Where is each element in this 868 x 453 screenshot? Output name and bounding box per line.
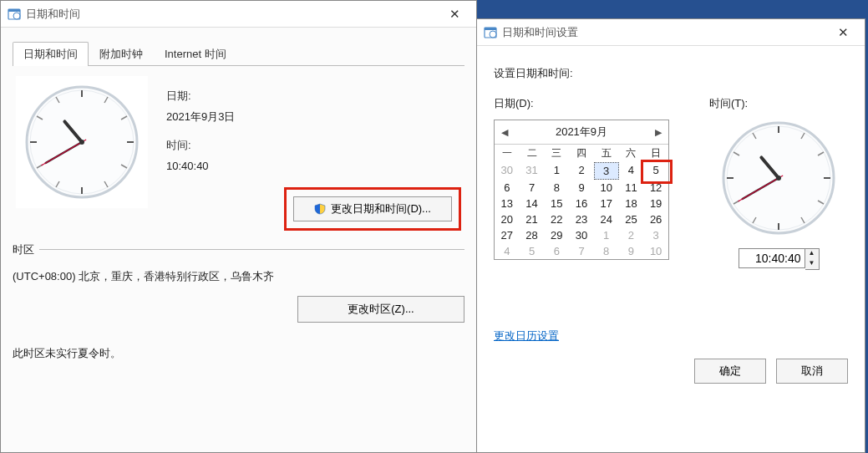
calendar-day[interactable]: 7 [569, 243, 594, 259]
calendar-dow: 一 [495, 144, 520, 162]
svg-rect-22 [485, 28, 496, 30]
calendar-dow: 三 [544, 144, 569, 162]
calendar-day[interactable]: 16 [569, 196, 594, 211]
calendar-day[interactable]: 25 [619, 211, 644, 227]
calendar-day[interactable]: 10 [594, 180, 619, 196]
calendar-day[interactable]: 8 [544, 180, 569, 196]
shield-icon [314, 203, 326, 215]
prev-month-button[interactable]: ◀ [495, 127, 515, 138]
calendar-day[interactable]: 19 [643, 196, 668, 211]
svg-point-20 [79, 140, 84, 145]
timezone-header: 时区 [13, 242, 34, 257]
time-spinner[interactable]: ▲ ▼ [805, 248, 820, 270]
date-label: 日期: [166, 86, 461, 107]
calendar-day[interactable]: 1 [544, 162, 569, 180]
date-field-label: 日期(D): [494, 96, 676, 111]
calendar-day[interactable]: 1 [594, 227, 619, 243]
calendar-day[interactable]: 2 [569, 162, 594, 180]
calendar-day[interactable]: 21 [520, 211, 545, 227]
calendar-day[interactable]: 29 [544, 227, 569, 243]
time-field-label: 时间(T): [709, 96, 848, 111]
calendar-day[interactable]: 8 [594, 243, 619, 259]
spin-down-button[interactable]: ▼ [805, 259, 819, 269]
svg-point-23 [490, 31, 496, 38]
svg-point-27 [776, 176, 781, 181]
calendar-day[interactable]: 30 [569, 227, 594, 243]
time-input[interactable] [739, 248, 805, 268]
close-button[interactable]: ✕ [825, 20, 861, 45]
titlebar[interactable]: 日期和时间 ✕ [1, 1, 476, 28]
calendar-day[interactable]: 20 [495, 211, 520, 227]
window-title: 日期和时间设置 [502, 25, 825, 40]
analog-clock [16, 76, 148, 208]
datetime-icon [8, 8, 21, 21]
calendar-day[interactable]: 12 [643, 180, 668, 196]
tab-datetime[interactable]: 日期和时间 [13, 42, 89, 66]
calendar-day[interactable]: 9 [569, 180, 594, 196]
calendar-day[interactable]: 4 [619, 162, 644, 180]
calendar-day[interactable]: 10 [643, 243, 668, 259]
calendar-dow: 日 [643, 144, 668, 162]
calendar-day[interactable]: 14 [520, 196, 545, 211]
datetime-window: 日期和时间 ✕ 日期和时间 附加时钟 Internet 时间 日期: 2021年… [0, 0, 477, 453]
calendar-day[interactable]: 4 [495, 243, 520, 259]
spin-up-button[interactable]: ▲ [805, 249, 819, 259]
date-value: 2021年9月3日 [166, 107, 461, 128]
calendar-day[interactable]: 15 [544, 196, 569, 211]
calendar[interactable]: ◀ 2021年9月 ▶ 一二三四五六日 30311234567891011121… [494, 120, 669, 260]
calendar-day[interactable]: 24 [594, 211, 619, 227]
calendar-day[interactable]: 2 [619, 227, 644, 243]
change-datetime-label: 更改日期和时间(D)... [331, 201, 431, 216]
calendar-day[interactable]: 6 [544, 243, 569, 259]
window-title: 日期和时间 [26, 7, 436, 22]
calendar-day[interactable]: 23 [569, 211, 594, 227]
datetime-icon [484, 26, 497, 39]
calendar-day[interactable]: 28 [520, 227, 545, 243]
calendar-day[interactable]: 26 [643, 211, 668, 227]
highlight-change-datetime: 更改日期和时间(D)... [284, 187, 461, 231]
calendar-day[interactable]: 27 [495, 227, 520, 243]
calendar-dow: 四 [569, 144, 594, 162]
dst-note: 此时区未实行夏令时。 [13, 346, 464, 361]
calendar-day[interactable]: 3 [643, 227, 668, 243]
calendar-settings-link[interactable]: 更改日历设置 [494, 328, 559, 344]
calendar-dow: 五 [594, 144, 619, 162]
calendar-day[interactable]: 30 [495, 162, 520, 180]
calendar-day[interactable]: 17 [594, 196, 619, 211]
calendar-month-label[interactable]: 2021年9月 [515, 125, 648, 140]
analog-clock [720, 120, 837, 237]
change-timezone-button[interactable]: 更改时区(Z)... [297, 296, 464, 323]
time-value: 10:40:40 [166, 156, 461, 177]
calendar-day[interactable]: 31 [520, 162, 545, 180]
svg-rect-15 [8, 9, 20, 12]
calendar-day[interactable]: 22 [544, 211, 569, 227]
datetime-settings-window: 日期和时间设置 ✕ 设置日期和时间: 日期(D): ◀ 2021年9月 ▶ 一二… [476, 18, 865, 453]
calendar-dow: 六 [619, 144, 644, 162]
close-button[interactable]: ✕ [436, 2, 473, 27]
titlebar[interactable]: 日期和时间设置 ✕ [477, 19, 865, 46]
calendar-dow: 二 [520, 144, 545, 162]
calendar-day[interactable]: 18 [619, 196, 644, 211]
calendar-day[interactable]: 11 [619, 180, 644, 196]
svg-point-16 [13, 13, 20, 19]
calendar-day[interactable]: 3 [594, 162, 619, 180]
heading: 设置日期和时间: [494, 66, 848, 81]
calendar-day[interactable]: 7 [520, 180, 545, 196]
cancel-button[interactable]: 取消 [776, 359, 848, 384]
calendar-day[interactable]: 9 [619, 243, 644, 259]
divider [39, 249, 464, 250]
tab-additional-clocks[interactable]: 附加时钟 [89, 42, 154, 66]
calendar-day[interactable]: 13 [495, 196, 520, 211]
calendar-day[interactable]: 6 [495, 180, 520, 196]
timezone-value: (UTC+08:00) 北京，重庆，香港特别行政区，乌鲁木齐 [13, 269, 464, 284]
calendar-day[interactable]: 5 [520, 243, 545, 259]
calendar-day[interactable]: 5 [643, 162, 668, 180]
change-datetime-button[interactable]: 更改日期和时间(D)... [293, 196, 452, 221]
ok-button[interactable]: 确定 [694, 359, 766, 384]
tab-strip: 日期和时间 附加时钟 Internet 时间 [13, 41, 464, 66]
tab-internet-time[interactable]: Internet 时间 [154, 42, 237, 66]
time-label: 时间: [166, 135, 461, 156]
next-month-button[interactable]: ▶ [648, 127, 668, 138]
